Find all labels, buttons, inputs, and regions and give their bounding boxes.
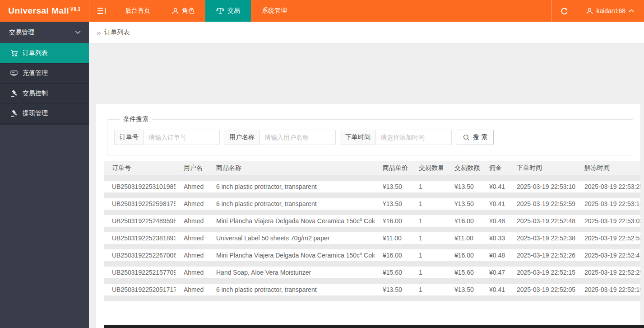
user-icon: [172, 8, 179, 14]
search-form: 订单号 用户名称 下单时间: [114, 130, 633, 145]
table-cell: 2025-03-19 22:53:10: [509, 178, 576, 195]
table-cell: UB2503192252598175: [104, 195, 176, 212]
table-cell: ¥16.00: [375, 212, 411, 230]
table-cell: ¥11.00: [446, 230, 481, 247]
table-cell: ¥15.60: [375, 264, 411, 281]
table-header-row: 订单号 用户名 商品名称 商品单价 交易数量 交易数额 佣金 下单时间 解冻时间: [104, 161, 640, 178]
gavel-icon: [10, 90, 18, 97]
table-cell: Mini Plancha Viajera Delgada Nova Cerami…: [208, 212, 375, 230]
table-cell: 2025-03-19 22:52:41: [576, 247, 640, 264]
table-cell: 1: [411, 212, 446, 230]
sidebar-item-trade-control[interactable]: 交易控制: [0, 83, 89, 103]
table-cell: 1: [411, 264, 446, 281]
table-cell: Ahmed: [176, 178, 208, 195]
table-cell: ¥16.00: [446, 247, 481, 264]
table-cell: UB2503192252489598: [104, 212, 176, 230]
table-cell: ¥13.50: [375, 178, 411, 195]
table-row: UB2503192252381893AhmedUniversal Label 5…: [104, 230, 640, 247]
sidebar-items: 订单列表 充值管理 交易控制: [0, 43, 89, 125]
gavel-icon: [10, 110, 18, 117]
top-header: Universal MallV8.3 后台首页 角色: [0, 0, 644, 22]
table-cell: 1: [411, 195, 446, 212]
board-icon: [10, 70, 18, 77]
search-icon: [463, 134, 470, 141]
table-cell: 2025-03-19 22:53:25: [576, 178, 640, 195]
order-number-input[interactable]: [144, 130, 220, 145]
table-cell: ¥0.41: [481, 281, 509, 298]
table-cell: UB2503192252051717: [104, 281, 176, 298]
search-button-label: 搜 索: [473, 133, 487, 141]
table-row: UB2503192252051717Ahmed6 inch plastic pr…: [104, 281, 640, 298]
table-cell: 2025-03-19 22:52:26: [509, 247, 576, 264]
sidebar-item-label: 交易控制: [23, 89, 48, 98]
nav-item-home[interactable]: 后台首页: [114, 0, 161, 22]
top-nav: 后台首页 角色 交易: [114, 0, 298, 22]
orders-panel: 条件搜索 订单号 用户名称 下单时间: [96, 104, 640, 328]
col-order-time: 下单时间: [509, 161, 576, 178]
table-cell: UB2503192252157709: [104, 264, 176, 281]
sidebar-group-label: 交易管理: [9, 28, 34, 37]
table-cell: ¥0.48: [481, 212, 509, 230]
table-row: UB2503192252489598AhmedMini Plancha Viaj…: [104, 212, 640, 230]
table-cell: 2025-03-19 22:53:02: [576, 212, 640, 230]
chevron-up-icon: [629, 9, 634, 13]
table-cell: Ahmed: [176, 281, 208, 298]
sidebar-item-order-list[interactable]: 订单列表: [0, 43, 89, 63]
sidebar-item-label: 充值管理: [23, 69, 48, 77]
table-cell: 2025-03-19 22:52:19: [576, 281, 640, 298]
table-cell: 6 inch plastic protractor, transparent: [208, 281, 375, 298]
table-cell: Hand Soap, Aloe Vera Moisturizer: [208, 264, 375, 281]
sidebar-item-recharge-management[interactable]: 充值管理: [0, 63, 89, 84]
table-cell: 6 inch plastic protractor, transparent: [208, 195, 375, 212]
orders-table: 订单号 用户名 商品名称 商品单价 交易数量 交易数额 佣金 下单时间 解冻时间…: [104, 161, 640, 301]
col-order-number: 订单号: [104, 161, 176, 178]
search-button[interactable]: 搜 索: [457, 130, 494, 145]
table-cell: 1: [411, 230, 446, 247]
user-icon: [586, 8, 593, 14]
nav-item-system[interactable]: 系统管理: [251, 0, 298, 22]
sidebar-item-label: 订单列表: [23, 49, 48, 57]
sidebar-group-trade-management[interactable]: 交易管理: [0, 22, 89, 43]
table-cell: UB2503192252267006: [104, 247, 176, 264]
order-time-input[interactable]: [375, 130, 452, 145]
order-time-field-group: 下单时间: [340, 130, 452, 145]
table-cell: ¥13.50: [446, 281, 481, 298]
nav-item-roles[interactable]: 角色: [161, 0, 205, 22]
table-cell: ¥13.50: [446, 195, 481, 212]
user-menu[interactable]: kaidan168: [577, 0, 644, 22]
table-cell: ¥11.00: [375, 230, 411, 247]
table-cell: UB2503192253101985: [104, 178, 176, 195]
refresh-icon: [561, 7, 568, 15]
col-amount: 交易数额: [446, 161, 481, 178]
table-cell: ¥0.41: [481, 178, 509, 195]
col-username: 用户名: [176, 161, 208, 178]
col-product-name: 商品名称: [208, 161, 375, 178]
sidebar: 交易管理 订单列表: [0, 22, 89, 328]
table-row: UB2503192252267006AhmedMini Plancha Viaj…: [104, 247, 640, 264]
table-cell: ¥16.00: [375, 247, 411, 264]
username-field-group: 用户名称: [224, 130, 336, 145]
table-cell: 6 inch plastic protractor, transparent: [208, 178, 375, 195]
table-row: UB2503192253101985Ahmed6 inch plastic pr…: [104, 178, 640, 195]
table-cell: ¥0.48: [481, 247, 509, 264]
table-cell: ¥13.50: [375, 281, 411, 298]
nav-item-trade[interactable]: 交易: [205, 0, 251, 22]
table-cell: ¥0.33: [481, 230, 509, 247]
refresh-button[interactable]: [552, 0, 577, 22]
table-cell: UB2503192252381893: [104, 230, 176, 247]
sidebar-item-withdrawal-management[interactable]: 提现管理: [0, 103, 89, 124]
table-cell: 1: [411, 281, 446, 298]
collapse-sidebar-button[interactable]: [89, 0, 114, 22]
table-cell: 2025-03-19 22:53:13: [576, 195, 640, 212]
table-cell: ¥0.47: [481, 264, 509, 281]
table-cell: Ahmed: [176, 212, 208, 230]
chevron-down-icon: [75, 30, 81, 34]
nav-item-label: 交易: [227, 7, 240, 15]
horizontal-scrollbar[interactable]: [104, 325, 644, 328]
username-input[interactable]: [259, 130, 336, 145]
table-cell: Ahmed: [176, 247, 208, 264]
table-cell: 1: [411, 247, 446, 264]
table-cell: ¥15.60: [446, 264, 481, 281]
order-number-label: 订单号: [114, 130, 144, 145]
breadcrumb-current: 订单列表: [104, 28, 130, 37]
